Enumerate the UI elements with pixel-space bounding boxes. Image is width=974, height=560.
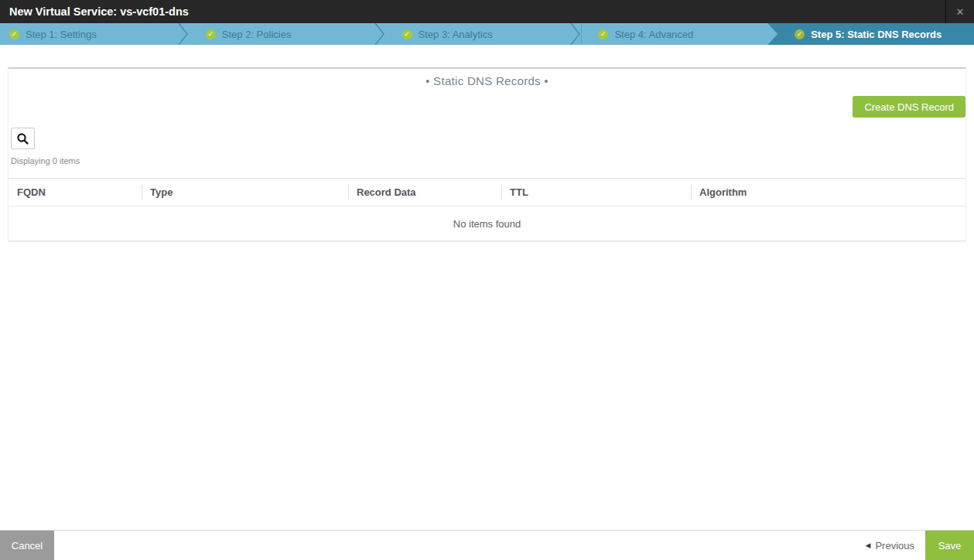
displaying-count-text: Displaying 0 items bbox=[11, 156, 965, 166]
save-button[interactable]: Save bbox=[925, 531, 974, 560]
column-header-ttl[interactable]: TTL bbox=[501, 179, 691, 207]
static-dns-records-panel: • Static DNS Records • Create DNS Record… bbox=[8, 67, 966, 241]
step-label: Step 2: Policies bbox=[222, 29, 292, 40]
step-separator-chevron bbox=[570, 23, 581, 45]
wizard-step-bar: ✓ Step 1: Settings ✓ Step 2: Policies ✓ … bbox=[0, 23, 974, 45]
step-complete-icon: ✓ bbox=[598, 29, 608, 39]
column-header-type[interactable]: Type bbox=[142, 179, 348, 207]
step-label: Step 1: Settings bbox=[26, 29, 97, 40]
previous-arrow-icon: ◀ bbox=[866, 542, 871, 549]
footer-spacer bbox=[54, 531, 866, 560]
step-1-settings[interactable]: ✓ Step 1: Settings bbox=[0, 23, 189, 45]
create-button-row: Create DNS Record bbox=[9, 96, 965, 118]
close-icon: ✕ bbox=[956, 6, 965, 18]
wizard-step-content: • Static DNS Records • Create DNS Record… bbox=[0, 45, 974, 530]
dns-records-table: FQDN Type Record Data TTL Algorithm No i… bbox=[9, 178, 965, 241]
table-empty-row: No items found bbox=[9, 207, 965, 241]
no-items-found-text: No items found bbox=[9, 207, 965, 241]
search-icon bbox=[16, 132, 29, 145]
create-dns-record-button[interactable]: Create DNS Record bbox=[853, 96, 965, 118]
step-5-static-dns-records[interactable]: ✓ Step 5: Static DNS Records bbox=[777, 23, 974, 45]
search-button[interactable] bbox=[11, 128, 35, 149]
step-separator-chevron bbox=[178, 23, 189, 45]
step-complete-icon: ✓ bbox=[206, 29, 216, 39]
previous-button[interactable]: ◀ Previous bbox=[866, 531, 915, 560]
column-header-fqdn[interactable]: FQDN bbox=[9, 179, 142, 207]
table-header-row: FQDN Type Record Data TTL Algorithm bbox=[9, 179, 965, 207]
step-4-advanced[interactable]: ✓ Step 4: Advanced bbox=[581, 23, 777, 45]
step-complete-icon: ✓ bbox=[402, 29, 412, 39]
wizard-footer: Cancel ◀ Previous Save bbox=[0, 530, 974, 560]
step-3-analytics[interactable]: ✓ Step 3: Analytics bbox=[385, 23, 582, 45]
section-title: • Static DNS Records • bbox=[9, 74, 965, 90]
previous-label: Previous bbox=[875, 540, 914, 551]
step-label: Step 5: Static DNS Records bbox=[811, 29, 942, 40]
modal-title: New Virtual Service: vs-vcf01-dns bbox=[0, 5, 945, 18]
modal-titlebar: New Virtual Service: vs-vcf01-dns ✕ bbox=[0, 0, 974, 23]
step-2-policies[interactable]: ✓ Step 2: Policies bbox=[189, 23, 385, 45]
step-label: Step 4: Advanced bbox=[614, 29, 693, 40]
step-complete-icon: ✓ bbox=[9, 29, 19, 39]
step-label: Step 3: Analytics bbox=[419, 29, 493, 40]
step-separator-chevron bbox=[374, 23, 385, 45]
close-button[interactable]: ✕ bbox=[945, 0, 974, 23]
cancel-button[interactable]: Cancel bbox=[0, 531, 54, 560]
column-header-algorithm[interactable]: Algorithm bbox=[691, 179, 965, 207]
column-header-record-data[interactable]: Record Data bbox=[348, 179, 501, 207]
step-complete-icon: ✓ bbox=[795, 29, 805, 39]
